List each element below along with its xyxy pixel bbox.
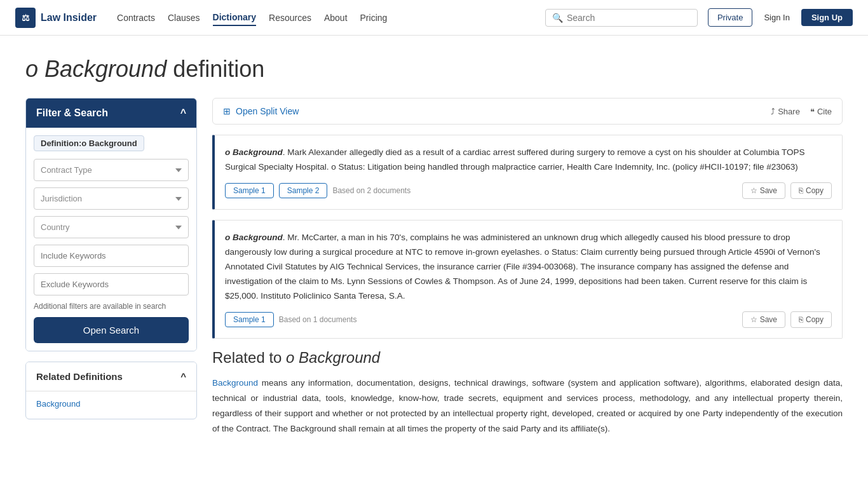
copy-label-2: Copy xyxy=(806,315,824,324)
related-definitions-header: Related Definitions ^ xyxy=(26,362,196,391)
logo-text: Law Insider xyxy=(41,12,97,24)
cite-button[interactable]: ❝ Cite xyxy=(810,107,832,116)
filter-collapse-icon[interactable]: ^ xyxy=(180,107,186,119)
include-keywords-input[interactable] xyxy=(34,245,189,267)
share-icon: ⤴ xyxy=(771,107,775,116)
nav-about[interactable]: About xyxy=(324,10,348,25)
nav-contracts[interactable]: Contracts xyxy=(117,10,155,25)
sample1-btn-1[interactable]: Sample 1 xyxy=(225,183,274,198)
split-view-icon: ⊞ xyxy=(223,106,231,116)
split-view-label: Open Split View xyxy=(236,106,299,116)
definition-tag-label: Definition: xyxy=(41,139,81,148)
nav-clauses[interactable]: Clauses xyxy=(168,10,200,25)
result-card-2: o Background. Mr. McCarter, a man in his… xyxy=(212,220,843,339)
copy-button-1[interactable]: ⎘ Copy xyxy=(790,182,832,199)
result-footer-2: Sample 1 Based on 1 documents ☆ Save ⎘ C… xyxy=(225,311,832,328)
result-body-2: . Mr. McCarter, a man in his 70's, compl… xyxy=(225,233,820,301)
nav-actions: Private Sign In Sign Up xyxy=(708,8,853,27)
result-text-2: o Background. Mr. McCarter, a man in his… xyxy=(225,231,832,304)
related-definitions-panel: Related Definitions ^ Background xyxy=(25,362,197,419)
navbar: ⚖ Law Insider Contracts Clauses Dictiona… xyxy=(0,0,868,36)
sidebar: Filter & Search ^ Definition: o Backgrou… xyxy=(25,98,197,419)
copy-label-1: Copy xyxy=(806,186,824,195)
page-title-italic: o Background xyxy=(25,56,166,82)
split-view-button[interactable]: ⊞ Open Split View xyxy=(223,106,299,116)
signin-button[interactable]: Sign In xyxy=(757,9,796,26)
nav-links: Contracts Clauses Dictionary Resources A… xyxy=(117,10,545,26)
logo[interactable]: ⚖ Law Insider xyxy=(15,8,97,28)
save-label-1: Save xyxy=(760,186,777,195)
save-button-1[interactable]: ☆ Save xyxy=(742,182,785,199)
star-icon-1: ☆ xyxy=(750,186,757,195)
definition-tag: Definition: o Background xyxy=(34,135,144,151)
related-definitions-body: Background xyxy=(26,391,196,419)
result-text-1: o Background. Mark Alexander allegedly d… xyxy=(225,146,832,175)
cite-label: Cite xyxy=(817,107,832,116)
related-definitions-collapse-icon[interactable]: ^ xyxy=(180,371,186,382)
logo-icon: ⚖ xyxy=(15,8,36,28)
open-search-button[interactable]: Open Search xyxy=(34,317,189,343)
save-label-2: Save xyxy=(760,315,777,324)
exclude-keywords-input[interactable] xyxy=(34,273,189,295)
share-label: Share xyxy=(778,107,800,116)
share-button[interactable]: ⤴ Share xyxy=(771,107,800,116)
jurisdiction-select[interactable]: Jurisdiction xyxy=(34,187,189,210)
result-body-1: . Mark Alexander allegedly died as a res… xyxy=(225,147,804,172)
page-title-suffix: definition xyxy=(173,56,264,82)
result-footer-1: Sample 1 Sample 2 Based on 2 documents ☆… xyxy=(225,182,832,199)
copy-icon-1: ⎘ xyxy=(799,186,803,195)
save-button-2[interactable]: ☆ Save xyxy=(742,311,785,328)
country-select[interactable]: Country xyxy=(34,216,189,238)
filter-panel: Filter & Search ^ Definition: o Backgrou… xyxy=(25,98,197,351)
related-to-text: Background means any information, docume… xyxy=(212,376,843,437)
definition-tag-value: o Background xyxy=(81,139,137,148)
search-bar: 🔍 xyxy=(545,9,698,27)
split-view-bar: ⊞ Open Split View ⤴ Share ❝ Cite xyxy=(212,98,843,125)
related-link-background[interactable]: Background xyxy=(36,399,186,409)
copy-button-2[interactable]: ⎘ Copy xyxy=(790,311,832,328)
doc-count-1: Based on 2 documents xyxy=(332,186,736,195)
cite-icon: ❝ xyxy=(810,107,815,116)
nav-resources[interactable]: Resources xyxy=(269,10,311,25)
main-content: ⊞ Open Split View ⤴ Share ❝ Cite xyxy=(212,98,843,437)
related-to-section: Related to o Background Background means… xyxy=(212,349,843,437)
search-icon: 🔍 xyxy=(552,13,563,23)
page-title: o Background definition xyxy=(25,56,843,83)
search-input[interactable] xyxy=(567,13,691,23)
related-definitions-title: Related Definitions xyxy=(36,371,123,382)
sample2-btn-1[interactable]: Sample 2 xyxy=(279,183,328,198)
result-actions-2: ☆ Save ⎘ Copy xyxy=(742,311,832,328)
filter-title: Filter & Search xyxy=(36,107,108,119)
result-actions-1: ☆ Save ⎘ Copy xyxy=(742,182,832,199)
split-view-actions: ⤴ Share ❝ Cite xyxy=(771,107,832,116)
copy-icon-2: ⎘ xyxy=(799,315,803,324)
related-to-link[interactable]: Background xyxy=(212,378,258,388)
filter-hint: Additional filters are available in sear… xyxy=(34,302,189,311)
nav-dictionary[interactable]: Dictionary xyxy=(213,10,256,26)
result-card-1: o Background. Mark Alexander allegedly d… xyxy=(212,135,843,210)
sample1-btn-2[interactable]: Sample 1 xyxy=(225,312,274,327)
page-container: o Background definition Filter & Search … xyxy=(0,36,868,458)
filter-body: Definition: o Background Contract Type J… xyxy=(26,128,196,351)
filter-header: Filter & Search ^ xyxy=(26,98,196,128)
related-to-body: means any information, documentation, de… xyxy=(212,378,843,434)
star-icon-2: ☆ xyxy=(750,315,757,324)
contract-type-select[interactable]: Contract Type xyxy=(34,159,189,181)
related-to-prefix: Related to xyxy=(212,349,286,366)
doc-count-2: Based on 1 documents xyxy=(279,315,737,324)
nav-pricing[interactable]: Pricing xyxy=(360,10,388,25)
related-to-title: Related to o Background xyxy=(212,349,843,367)
signup-button[interactable]: Sign Up xyxy=(801,9,853,26)
private-button[interactable]: Private xyxy=(708,8,752,27)
content-row: Filter & Search ^ Definition: o Backgrou… xyxy=(25,98,843,437)
related-to-italic: o Background xyxy=(286,349,380,366)
